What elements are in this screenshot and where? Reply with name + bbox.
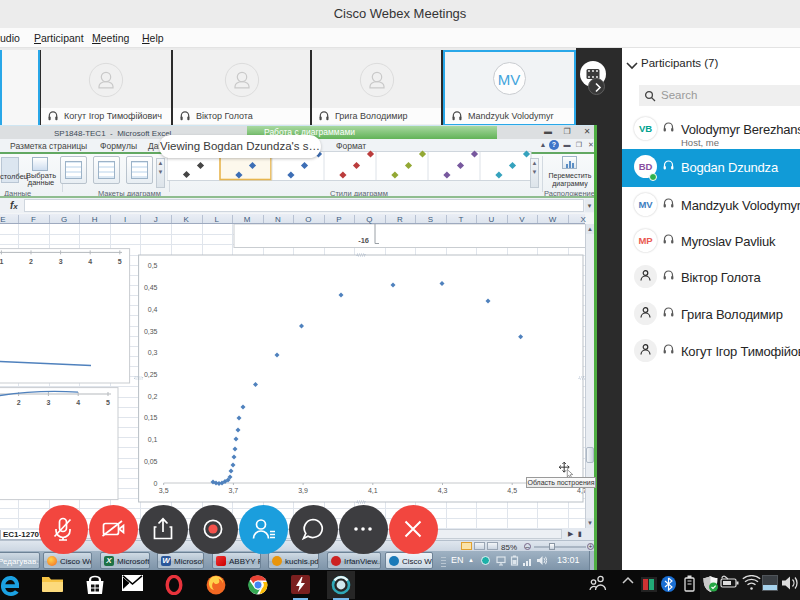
svg-text:0,2: 0,2	[148, 393, 158, 400]
svg-text:2: 2	[29, 258, 33, 265]
svg-text:4: 4	[76, 399, 80, 406]
svg-text:5: 5	[106, 399, 110, 406]
svg-text:4,1: 4,1	[368, 487, 378, 494]
svg-text:0,45: 0,45	[144, 284, 158, 291]
svg-text:3,5: 3,5	[159, 487, 169, 494]
svg-text:0,4: 0,4	[148, 306, 158, 313]
svg-text:5: 5	[118, 258, 122, 265]
svg-text:0,5: 0,5	[148, 262, 158, 269]
svg-text:3: 3	[59, 258, 63, 265]
svg-text:3,9: 3,9	[298, 487, 308, 494]
svg-text:0,05: 0,05	[144, 458, 158, 465]
svg-text:0,3: 0,3	[148, 349, 158, 356]
svg-text:4,5: 4,5	[507, 487, 517, 494]
svg-text:-16: -16	[358, 236, 369, 245]
svg-text:0,25: 0,25	[144, 371, 158, 378]
svg-text:2: 2	[17, 399, 21, 406]
svg-text:3,7: 3,7	[229, 487, 239, 494]
svg-text:4,3: 4,3	[438, 487, 448, 494]
svg-text:0,15: 0,15	[144, 414, 158, 421]
svg-text:0,1: 0,1	[148, 436, 158, 443]
svg-text:1: 1	[0, 258, 3, 265]
svg-text:3: 3	[46, 399, 50, 406]
svg-text:4: 4	[88, 258, 92, 265]
svg-text:0: 0	[154, 480, 158, 487]
svg-text:0,35: 0,35	[144, 328, 158, 335]
